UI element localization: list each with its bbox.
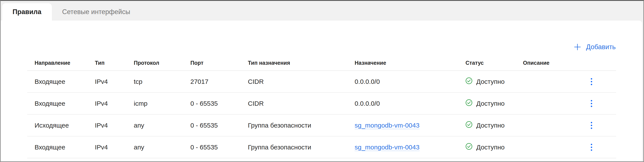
status-label: Доступно	[476, 78, 504, 85]
destination-security-group-link[interactable]: sg_mongodb-vm-0043	[355, 143, 420, 151]
status-ok-icon	[466, 77, 472, 86]
toolbar: Добавить	[1, 42, 642, 52]
row-actions-kebab-icon[interactable]	[587, 76, 596, 88]
table-row: Входящее IPv4 tcp 27017 CIDR 0.0.0.0/0	[27, 71, 616, 93]
destination-security-group-link[interactable]: sg_mongodb-vm-0043	[355, 122, 420, 129]
cell-port: 0 - 65535	[190, 122, 248, 129]
tab-rules-label: Правила	[12, 8, 42, 16]
col-header-description: Описание	[523, 60, 587, 66]
add-rule-label: Добавить	[586, 43, 616, 51]
cell-actions	[587, 141, 616, 153]
cell-actions	[587, 119, 616, 131]
cell-type: IPv4	[95, 100, 134, 107]
cell-actions	[587, 76, 616, 88]
cell-dest-type: Группа безопасности	[248, 122, 355, 129]
table-row: Исходящее IPv4 any 0 - 65535 Группа безо…	[27, 115, 616, 136]
cell-port: 0 - 65535	[190, 143, 248, 151]
col-header-protocol: Протокол	[134, 60, 190, 66]
cell-type: IPv4	[95, 122, 134, 129]
cell-dest-type: CIDR	[248, 78, 355, 85]
col-header-destination: Назначение	[355, 60, 466, 66]
plus-icon	[574, 43, 581, 51]
table-row: Входящее IPv4 any 0 - 65535 Группа безоп…	[27, 136, 616, 158]
col-header-type: Тип	[95, 60, 134, 66]
col-header-port: Порт	[190, 60, 248, 66]
cell-direction: Исходящее	[27, 122, 95, 129]
row-actions-kebab-icon[interactable]	[587, 119, 596, 131]
add-rule-button[interactable]: Добавить	[573, 42, 616, 52]
rules-panel: Добавить Направление Тип Протокол Порт Т…	[1, 21, 642, 161]
status-ok-icon	[466, 121, 472, 129]
tab-network-interfaces-label: Сетевые интерфейсы	[62, 8, 130, 16]
cell-status: Доступно	[466, 99, 523, 108]
cell-protocol: icmp	[134, 100, 190, 107]
cell-type: IPv4	[95, 143, 134, 151]
col-header-status: Статус	[466, 60, 523, 66]
cell-port: 0 - 65535	[190, 100, 248, 107]
cell-port: 27017	[190, 78, 248, 85]
status-ok-icon	[466, 99, 472, 108]
row-actions-kebab-icon[interactable]	[587, 141, 596, 153]
row-actions-kebab-icon[interactable]	[587, 97, 596, 110]
cell-dest-type: CIDR	[248, 100, 355, 107]
cell-destination: 0.0.0.0/0	[355, 78, 466, 85]
cell-dest-type: Группа безопасности	[248, 143, 355, 151]
cell-direction: Входящее	[27, 78, 95, 85]
cell-destination: sg_mongodb-vm-0043	[355, 122, 466, 129]
table-row: Входящее IPv4 icmp 0 - 65535 CIDR 0.0.0.…	[27, 93, 616, 115]
tab-rules[interactable]: Правила	[2, 3, 52, 21]
cell-status: Доступно	[466, 77, 523, 86]
tab-bar: Правила Сетевые интерфейсы	[1, 1, 643, 21]
cell-destination: 0.0.0.0/0	[355, 100, 466, 107]
cell-protocol: any	[134, 122, 190, 129]
status-label: Доступно	[476, 122, 504, 129]
cell-direction: Входящее	[27, 143, 95, 151]
cell-status: Доступно	[466, 143, 523, 151]
status-label: Доступно	[476, 143, 504, 151]
table-body: Входящее IPv4 tcp 27017 CIDR 0.0.0.0/0	[27, 71, 616, 158]
cell-status: Доступно	[466, 121, 523, 129]
cell-protocol: any	[134, 143, 190, 151]
cell-type: IPv4	[95, 78, 134, 85]
cell-direction: Входящее	[27, 100, 95, 107]
cell-actions	[587, 97, 616, 110]
rules-table: Направление Тип Протокол Порт Тип назнач…	[27, 55, 616, 158]
status-label: Доступно	[476, 100, 504, 107]
cell-protocol: tcp	[134, 78, 190, 85]
col-header-dest-type: Тип назначения	[248, 60, 355, 66]
tab-network-interfaces[interactable]: Сетевые интерфейсы	[52, 3, 141, 21]
cell-destination: sg_mongodb-vm-0043	[355, 143, 466, 151]
status-ok-icon	[466, 143, 472, 151]
col-header-direction: Направление	[27, 60, 95, 66]
security-group-rules-screen: Правила Сетевые интерфейсы Добавить Напр…	[0, 0, 644, 162]
table-header-row: Направление Тип Протокол Порт Тип назнач…	[27, 55, 616, 71]
